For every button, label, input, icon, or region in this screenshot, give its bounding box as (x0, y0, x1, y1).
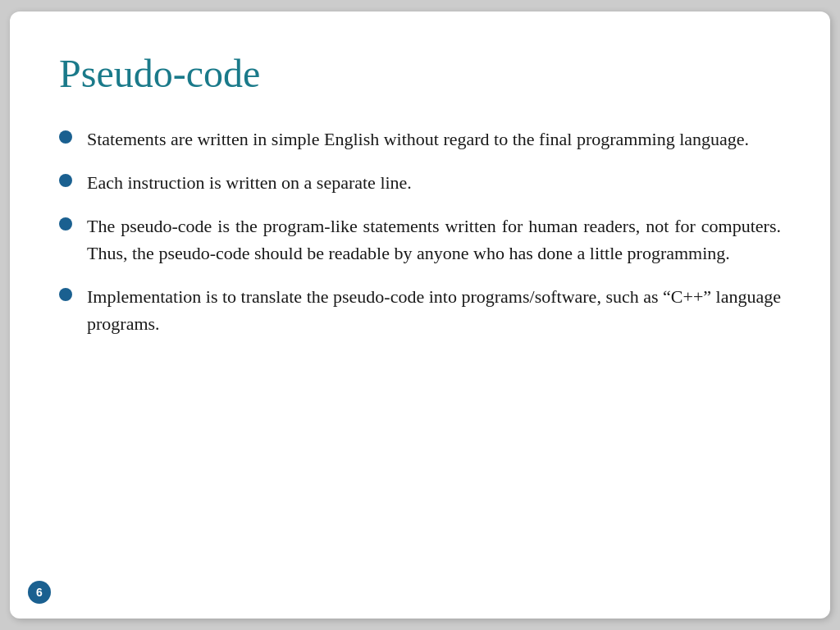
bullet-text-4: Implementation is to translate the pseud… (87, 283, 781, 337)
list-item: Each instruction is written on a separat… (59, 169, 781, 196)
slide-number: 6 (28, 581, 51, 604)
slide-title: Pseudo-code (59, 51, 781, 96)
bullet-dot-2 (59, 174, 72, 187)
bullet-list: Statements are written in simple English… (59, 126, 781, 337)
bullet-text-2: Each instruction is written on a separat… (87, 169, 781, 196)
slide-container: Pseudo-code Statements are written in si… (10, 11, 830, 619)
bullet-text-1: Statements are written in simple English… (87, 126, 781, 153)
bullet-text-3: The pseudo-code is the program-like stat… (87, 212, 781, 267)
list-item: Implementation is to translate the pseud… (59, 283, 781, 337)
list-item: Statements are written in simple English… (59, 126, 781, 153)
list-item: The pseudo-code is the program-like stat… (59, 212, 781, 267)
bullet-dot-3 (59, 217, 72, 231)
bullet-dot-1 (59, 130, 72, 144)
bullet-dot-4 (59, 288, 72, 301)
